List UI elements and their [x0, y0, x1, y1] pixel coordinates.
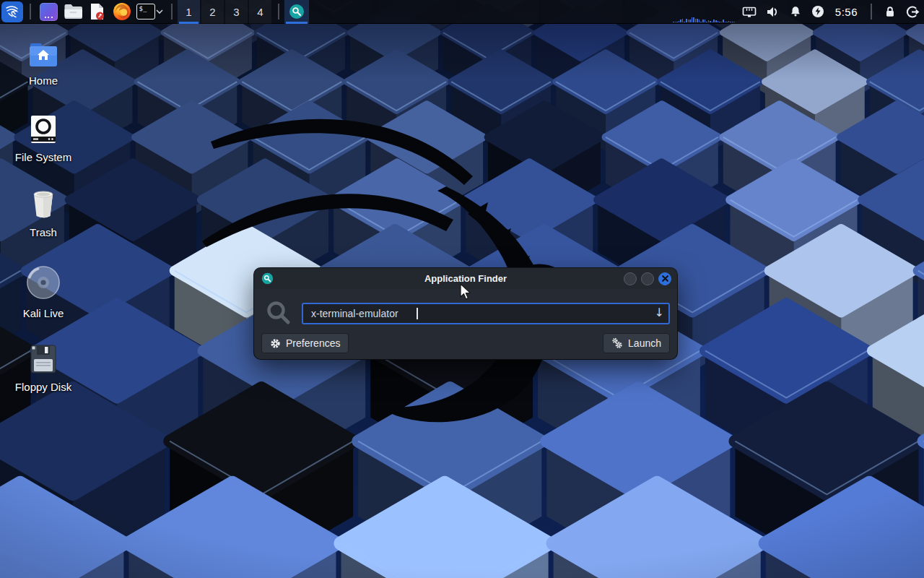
clock[interactable]: 5:56 [835, 6, 858, 18]
notification-bell-icon[interactable] [789, 5, 802, 18]
workspace-number: 1 [186, 6, 191, 18]
window-buttons [624, 272, 671, 285]
workspace-number: 3 [233, 6, 239, 18]
file-manager-icon [64, 3, 83, 20]
launcher-file-manager[interactable] [62, 1, 84, 22]
top-panel: $_ 1 2 3 4 [0, 0, 924, 24]
power-manager-icon[interactable] [811, 5, 824, 18]
application-finder-window: Application Finder ↓ Preferences [254, 268, 677, 359]
workspace-4[interactable]: 4 [249, 0, 271, 24]
search-field-wrap: ↓ [302, 303, 670, 324]
titlebar[interactable]: Application Finder [254, 268, 677, 289]
launcher-terminal[interactable] [38, 1, 59, 22]
gear-icon [270, 338, 281, 349]
desktop-icon-floppy-disk[interactable]: Floppy Disk [10, 344, 77, 393]
search-input[interactable] [302, 303, 670, 324]
desktop-icon-file-system[interactable]: File System [10, 114, 77, 163]
workspace-2[interactable]: 2 [201, 0, 224, 24]
launch-button[interactable]: Launch [603, 333, 670, 353]
desktop-icon-home[interactable]: Home [10, 42, 77, 87]
workspace-number: 4 [257, 6, 263, 18]
launch-gears-icon [611, 337, 623, 349]
window-title: Application Finder [254, 273, 677, 284]
desktop-icon-label: File System [15, 151, 71, 163]
network-icon[interactable] [742, 6, 757, 18]
terminal-emulator-icon: $_ [136, 4, 155, 20]
volume-icon[interactable] [766, 6, 780, 18]
panel-separator [30, 4, 31, 20]
terminal-glyph: $_ [139, 5, 147, 12]
desktop-icon-label: Kali Live [23, 307, 64, 319]
home-folder-icon [28, 42, 58, 68]
cpu-graph-widget[interactable] [673, 16, 735, 22]
desktop-icon-label: Trash [30, 226, 57, 238]
firefox-icon [113, 2, 131, 21]
workspace-3[interactable]: 3 [225, 0, 248, 24]
kali-logo-icon [4, 4, 20, 20]
minimize-button[interactable] [624, 272, 637, 285]
chevron-down-icon [156, 9, 163, 14]
text-editor-icon [89, 2, 106, 21]
launch-label: Launch [628, 337, 661, 349]
close-button[interactable] [658, 272, 671, 285]
desktop-icon-kali-live[interactable]: Kali Live [10, 264, 77, 319]
panel-separator [871, 4, 872, 20]
taskbar-application-finder[interactable] [284, 0, 309, 24]
desktop-icon-label: Floppy Disk [15, 381, 71, 393]
applications-menu-button[interactable] [1, 1, 23, 22]
close-icon [662, 275, 668, 282]
logout-icon[interactable] [906, 5, 920, 19]
panel-separator [278, 4, 279, 20]
preferences-button[interactable]: Preferences [261, 333, 349, 353]
trash-can-icon [30, 189, 57, 220]
workspace-1[interactable]: 1 [178, 0, 200, 24]
panel-separator [171, 4, 173, 20]
launcher-web-browser[interactable] [111, 1, 133, 22]
app-finder-badge-icon [261, 272, 274, 285]
launcher-text-editor[interactable] [87, 1, 108, 22]
preferences-label: Preferences [286, 337, 340, 349]
workspace-number: 2 [209, 6, 215, 18]
lock-screen-icon[interactable] [884, 5, 897, 18]
optical-disc-icon [25, 264, 61, 301]
system-tray: 5:56 [742, 4, 920, 20]
app-finder-badge-icon [289, 4, 305, 20]
desktop-icon-label: Home [29, 74, 58, 87]
launcher-terminal-dropdown[interactable]: $_ [136, 1, 165, 22]
search-icon [266, 300, 292, 326]
hard-drive-icon [29, 114, 58, 144]
maximize-button[interactable] [641, 272, 654, 285]
desktop-icon-trash[interactable]: Trash [10, 189, 77, 238]
terminal-app-icon [40, 3, 58, 21]
floppy-disk-icon [29, 344, 58, 374]
